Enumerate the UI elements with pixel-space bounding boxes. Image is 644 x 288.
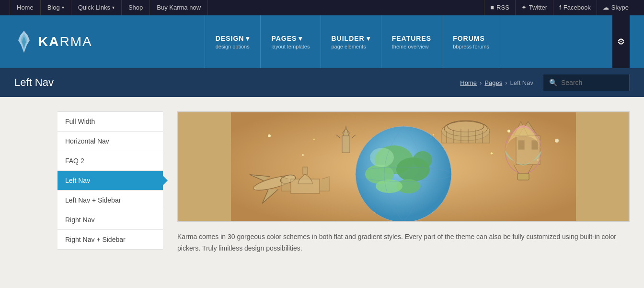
site-header: KARMA DESIGN ▾ design options PAGES ▾ la… (0, 15, 644, 68)
gear-icon: ⚙ (617, 36, 625, 47)
svg-point-14 (370, 148, 394, 167)
rss-label: RSS (496, 0, 509, 15)
gear-button[interactable]: ⚙ (612, 15, 630, 68)
breadcrumb-sep: › (480, 79, 482, 86)
facebook-link[interactable]: f Facebook (553, 0, 597, 15)
left-nav-item-left-nav-+-sidebar[interactable]: Left Nav + Sidebar (58, 191, 163, 210)
breadcrumb-pages[interactable]: Pages (484, 79, 502, 86)
topnav-home[interactable]: Home (10, 0, 41, 15)
left-nav-item-full-width[interactable]: Full Width (58, 111, 163, 132)
svg-point-5 (555, 139, 559, 143)
nav-features[interactable]: FEATURES theme overview (381, 15, 442, 68)
facebook-label: Facebook (564, 0, 591, 15)
svg-rect-26 (518, 141, 524, 149)
topnav-quicklinks[interactable]: Quick Links ▾ (71, 0, 122, 15)
search-input[interactable] (561, 79, 623, 86)
chevron-icon: ▾ (62, 0, 64, 15)
content-area: Full WidthHorizontal NavFAQ 2Left NavLef… (0, 97, 644, 269)
svg-text:✦: ✦ (490, 151, 494, 156)
top-bar-social: ■ RSS ✦ Twitter f Facebook ☁ Skype (484, 0, 634, 15)
chevron-down-icon: ▾ (299, 35, 302, 42)
main-content: ✦ ✦ ✦ Karma comes in 30 gorgeous color s… (177, 111, 630, 254)
left-nav: Full WidthHorizontal NavFAQ 2Left NavLef… (58, 111, 163, 254)
skype-label: Skype (611, 0, 629, 15)
left-nav-item-faq-2[interactable]: FAQ 2 (58, 151, 163, 171)
svg-text:✦: ✦ (432, 133, 435, 136)
search-icon: 🔍 (549, 79, 557, 86)
chevron-icon: ▾ (112, 0, 115, 15)
chevron-down-icon: ▾ (367, 35, 370, 42)
twitter-label: Twitter (529, 0, 547, 15)
twitter-link[interactable]: ✦ Twitter (515, 0, 553, 15)
facebook-icon: f (559, 0, 561, 15)
rss-icon: ■ (490, 0, 494, 15)
top-bar-nav: Home Blog ▾ Quick Links ▾ Shop Buy Karma… (10, 0, 208, 15)
logo-text: KARMA (38, 34, 92, 49)
nav-pages[interactable]: PAGES ▾ layout templates (260, 15, 320, 68)
skype-link[interactable]: ☁ Skype (597, 0, 634, 15)
nav-design[interactable]: DESIGN ▾ design options (205, 15, 261, 68)
rss-link[interactable]: ■ RSS (484, 0, 515, 15)
svg-text:✦: ✦ (312, 137, 316, 142)
svg-point-12 (413, 151, 432, 168)
svg-point-2 (302, 154, 304, 156)
hero-illustration: ✦ ✦ ✦ (231, 112, 576, 221)
left-nav-item-left-nav[interactable]: Left Nav (58, 171, 163, 191)
nav-builder[interactable]: BUILDER ▾ page elements (321, 15, 381, 68)
topnav-blog[interactable]: Blog ▾ (41, 0, 71, 15)
svg-rect-29 (303, 167, 308, 174)
svg-rect-27 (532, 141, 538, 149)
page-title: Left Nav (14, 76, 450, 89)
breadcrumb-sep: › (505, 79, 507, 86)
topnav-buy[interactable]: Buy Karma now (150, 0, 208, 15)
topnav-shop[interactable]: Shop (122, 0, 150, 15)
svg-point-3 (507, 130, 510, 132)
svg-point-1 (268, 134, 271, 137)
main-nav: DESIGN ▾ design options PAGES ▾ layout t… (205, 15, 500, 68)
search-box[interactable]: 🔍 (543, 74, 630, 91)
top-bar: Home Blog ▾ Quick Links ▾ Shop Buy Karma… (0, 0, 644, 15)
chevron-down-icon: ▾ (246, 35, 250, 42)
breadcrumb-current: Left Nav (510, 79, 533, 86)
svg-rect-18 (342, 136, 350, 153)
page-header: Left Nav Home › Pages › Left Nav 🔍 (0, 68, 644, 97)
breadcrumb: Home › Pages › Left Nav (460, 79, 533, 86)
svg-rect-31 (518, 173, 529, 180)
breadcrumb-home[interactable]: Home (460, 79, 477, 86)
skype-icon: ☁ (603, 0, 609, 15)
nav-forums[interactable]: FORUMS bbpress forums (442, 15, 500, 68)
left-nav-item-horizontal-nav[interactable]: Horizontal Nav (58, 132, 163, 151)
logo-icon (14, 30, 34, 54)
left-nav-item-right-nav-+-sidebar[interactable]: Right Nav + Sidebar (58, 230, 163, 250)
hero-image: ✦ ✦ ✦ (177, 111, 630, 222)
logo[interactable]: KARMA (14, 30, 92, 54)
twitter-icon: ✦ (521, 0, 527, 15)
body-text: Karma comes in 30 gorgeous color schemes… (177, 231, 630, 254)
left-nav-item-right-nav[interactable]: Right Nav (58, 210, 163, 230)
